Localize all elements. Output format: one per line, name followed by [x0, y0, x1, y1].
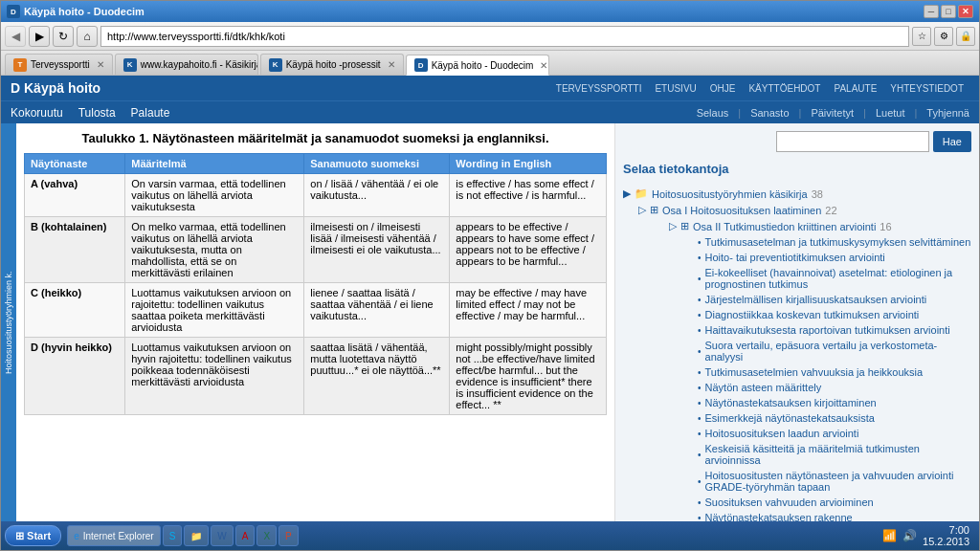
tools-icon[interactable]: ⚙ — [934, 27, 953, 46]
tab-kaypahoito-kasikirja[interactable]: K www.kaypahoito.fi - Käsikirja ✕ — [115, 54, 258, 75]
leaf-1[interactable]: Tutkimusasetelman ja tutkimuskysymyksen … — [679, 234, 971, 250]
taskbar-app-icon-excel: X — [263, 531, 270, 541]
tab-close-terveyssportti[interactable]: ✕ — [97, 59, 104, 70]
nav-tyhjenna[interactable]: Tyhjennä — [926, 107, 969, 119]
taskbar-app-word[interactable]: W — [211, 525, 233, 546]
nav-etusivu[interactable]: ETUSIVU — [649, 80, 702, 97]
nav-palaute-link[interactable]: Palaute — [131, 106, 170, 120]
nav-kokoruutu[interactable]: Kokoruutu — [11, 106, 63, 120]
leaf-13[interactable]: Keskeisiä käsitteitä ja määritelmiä tutk… — [679, 441, 971, 468]
start-button[interactable]: ⊞ Start — [5, 525, 61, 546]
grade-d: D (hyvin heikko) — [25, 338, 125, 415]
grade-c: C (heikko) — [25, 283, 125, 338]
search-button[interactable]: Hae — [933, 131, 971, 152]
browser-window: D Käypä hoito - Duodecim ─ □ ✕ ◀ ▶ ↻ ⌂ ☆… — [0, 0, 980, 551]
tree-root: ▶ 📁 Hoitosuositustyöryhmien käsikirja 38… — [623, 186, 971, 521]
tree-subfolder-osa2[interactable]: ▷ ⊞ Osa II Tutkimustiedon kriittinen arv… — [669, 218, 971, 234]
nav-terveyssportti[interactable]: TERVEYSSPORTTI — [550, 80, 648, 97]
tree-folder-label: Hoitosuositustyöryhmien käsikirja — [652, 188, 808, 200]
tab-terveyssportti[interactable]: T Terveyssportti ✕ — [5, 54, 113, 75]
leaf-6[interactable]: Haittavaikutuksesta raportoivan tutkimuk… — [679, 322, 971, 338]
nav-kayttoehdot[interactable]: KÄYTTÖEHDOT — [743, 80, 826, 97]
taskbar-app-icon-ppt: P — [285, 531, 292, 541]
taskbar-app-adobe[interactable]: A — [235, 525, 256, 546]
leaf-15[interactable]: Suosituksen vahvuuden arvioiminen — [679, 495, 971, 510]
tab-kaypahoito-duodecim[interactable]: D Käypä hoito - Duodecim ✕ — [406, 55, 549, 76]
english-d: might possibly/might possibly not ...be … — [450, 338, 607, 415]
taskbar-app-ie[interactable]: e Internet Explorer — [67, 525, 161, 546]
leaf-5[interactable]: Diagnostiikkaa koskevan tutkimuksen arvi… — [679, 307, 971, 322]
tab-icon-duodecim: D — [414, 58, 428, 72]
sidebar-vertical-text: Hoitosuositustyöryhmien k. — [4, 271, 13, 374]
taskbar-app-explorer[interactable]: 📁 — [184, 525, 209, 546]
taskbar-app-ppt[interactable]: P — [278, 525, 299, 546]
subfolder-expand-icon: ▷ — [638, 204, 646, 216]
subfolder2-count: 16 — [880, 221, 891, 232]
close-button[interactable]: ✕ — [958, 5, 973, 18]
nav-palaute[interactable]: PALAUTE — [828, 80, 882, 97]
leaf-11[interactable]: Esimerkkejä näytönastekatsauksista — [679, 410, 971, 426]
tab-icon-kasikirja: K — [123, 58, 137, 72]
tab-close-prosessit[interactable]: ✕ — [388, 59, 395, 70]
nav-yhteystiedot[interactable]: YHTEYSTIEDOT — [884, 80, 969, 97]
nav-paivitetyt[interactable]: Päivitetyt — [811, 107, 854, 119]
english-b: appears to be effective / appears to hav… — [450, 217, 607, 283]
leaf-9[interactable]: Näytön asteen määrittely — [679, 380, 971, 395]
clock-time: 7:00 — [923, 524, 969, 536]
tab-label-kasikirja: www.kaypahoito.fi - Käsikirja — [141, 59, 258, 70]
finnish-c: lienee / saattaa lisätä / saattaa vähent… — [304, 283, 450, 338]
col-header-nayte: Näytönaste — [25, 154, 125, 174]
tree-leaves: Tutkimusasetelman ja tutkimuskysymyksen … — [669, 234, 971, 521]
col-header-sana: Sanamuoto suomeksi — [304, 154, 450, 174]
grade-a: A (vahva) — [25, 174, 125, 217]
safety-icon[interactable]: 🔒 — [956, 27, 975, 46]
main-table: Näytönaste Määritelmä Sanamuoto suomeksi… — [24, 153, 607, 415]
leaf-3[interactable]: Ei-kokeelliset (havainnoivat) asetelmat:… — [679, 265, 971, 292]
forward-button[interactable]: ▶ — [29, 26, 50, 47]
sep1: | — [738, 107, 741, 119]
tree-subfolder-osa1[interactable]: ▷ ⊞ Osa I Hoitosuosituksen laatiminen 22 — [638, 202, 971, 218]
subfolder2-icon: ⊞ — [680, 220, 689, 232]
taskbar-app-excel[interactable]: X — [256, 525, 277, 546]
site-logo[interactable]: D Käypä hoito — [11, 80, 100, 96]
tab-kaypahoito-prosessit[interactable]: K Käypä hoito -prosessit ✕ — [260, 54, 404, 75]
tab-close-duodecim[interactable]: ✕ — [540, 60, 547, 71]
nav-tulosta[interactable]: Tulosta — [78, 106, 116, 120]
leaf-16[interactable]: Näytönastekatsauksen rakenne — [679, 510, 971, 521]
minimize-button[interactable]: ─ — [924, 5, 939, 18]
main-nav: Kokoruutu Tulosta Palaute Selaus | Sanas… — [1, 100, 979, 123]
search-input[interactable] — [776, 131, 929, 152]
back-button[interactable]: ◀ — [5, 26, 26, 47]
browser-toolbar: ◀ ▶ ↻ ⌂ ☆ ⚙ 🔒 — [1, 22, 979, 51]
finnish-b: ilmeisesti on / ilmeisesti lisää / ilmei… — [304, 217, 450, 283]
home-button[interactable]: ⌂ — [77, 26, 98, 47]
leaf-7[interactable]: Suora vertailu, epäsuora vertailu ja ver… — [679, 338, 971, 364]
leaf-10[interactable]: Näytönastekatsauksen kirjoittaminen — [679, 395, 971, 410]
tree-folder-icon: 📁 — [635, 187, 648, 200]
nav-luetut[interactable]: Luetut — [876, 107, 905, 119]
table-title: Taulukko 1. Näytönasteen määritelmät ja … — [24, 131, 607, 145]
taskbar-app-skype[interactable]: S — [163, 525, 183, 546]
table-section: Taulukko 1. Näytönasteen määritelmät ja … — [16, 123, 615, 521]
leaf-12[interactable]: Hoitosuosituksen laadun arviointi — [679, 426, 971, 441]
folder-expand-icon: ▶ — [623, 187, 631, 200]
site-nav-right: TERVEYSSPORTTI ETUSIVU OHJE KÄYTTÖEHDOT … — [550, 80, 969, 97]
nav-ohje[interactable]: OHJE — [704, 80, 742, 97]
taskbar-app-icon-word: W — [217, 531, 226, 541]
leaf-8[interactable]: Tutkimusasetelmien vahvuuksia ja heikkou… — [679, 364, 971, 380]
leaf-14[interactable]: Hoitosuositusten näytönasteen ja vahvuud… — [679, 468, 971, 495]
leaf-2[interactable]: Hoito- tai preventiotitkimuksen arvioint… — [679, 250, 971, 265]
nav-sanasto[interactable]: Sanasto — [750, 107, 789, 119]
leaf-4[interactable]: Järjestelmällisen kirjallisuuskatsauksen… — [679, 292, 971, 307]
sep2: | — [799, 107, 802, 119]
nav-selaus[interactable]: Selaus — [697, 107, 729, 119]
right-sidebar: Hae Selaa tietokantoja ▶ 📁 Hoitosuositus… — [615, 123, 979, 521]
tree-folder-kasikirja[interactable]: ▶ 📁 Hoitosuositustyöryhmien käsikirja 38 — [623, 186, 971, 202]
search-bar: Hae — [623, 131, 971, 152]
main-content: Taulukko 1. Näytönasteen määritelmät ja … — [16, 123, 979, 521]
maximize-button[interactable]: □ — [941, 5, 956, 18]
star-icon[interactable]: ☆ — [912, 27, 931, 46]
address-bar[interactable] — [100, 26, 909, 47]
refresh-button[interactable]: ↻ — [53, 26, 74, 47]
table-row: B (kohtalainen) On melko varmaa, että to… — [25, 217, 607, 283]
